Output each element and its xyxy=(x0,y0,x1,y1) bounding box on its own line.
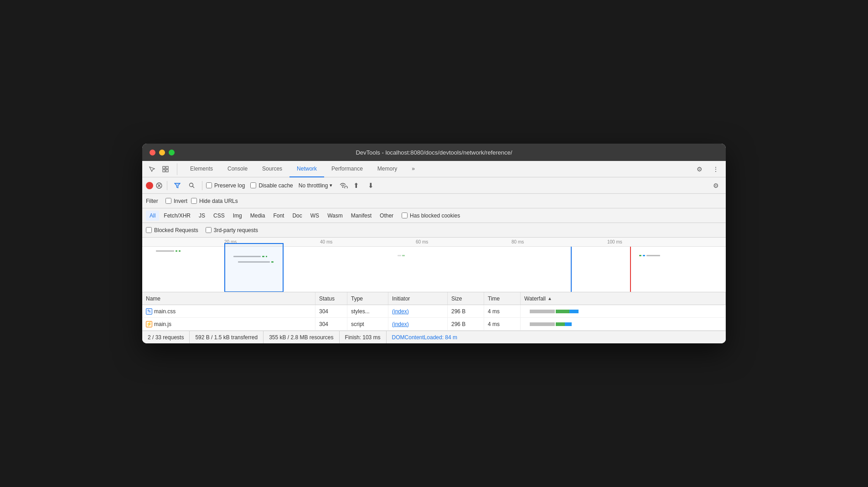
third-party-requests-label[interactable]: 3rd-party requests xyxy=(206,227,258,233)
network-settings-btn[interactable]: ⚙ xyxy=(709,179,722,192)
minimize-button[interactable] xyxy=(159,150,165,155)
waterfall-green-css xyxy=(556,310,569,313)
table-row[interactable]: ✎ main.css 304 styles... (index) 296 B 4… xyxy=(142,305,726,318)
inspect-icon-btn[interactable] xyxy=(160,163,171,175)
ruler-tick-100ms: 100 ms xyxy=(607,239,622,244)
disable-cache-checkbox[interactable] xyxy=(250,182,256,188)
tab-performance[interactable]: Performance xyxy=(324,161,370,177)
upload-btn[interactable]: ⬆ xyxy=(350,179,362,192)
close-button[interactable] xyxy=(150,150,155,155)
waterfall-selection[interactable] xyxy=(224,243,284,292)
search-icon-btn[interactable] xyxy=(186,179,198,192)
wifi-settings-btn[interactable] xyxy=(338,181,348,190)
th-name[interactable]: Name xyxy=(142,292,315,305)
preserve-log-checkbox[interactable] xyxy=(206,182,212,188)
more-options-btn[interactable]: ⋮ xyxy=(709,163,722,176)
cursor-icon-btn[interactable] xyxy=(146,163,158,175)
initiator-link-js[interactable]: (index) xyxy=(392,321,409,327)
hide-data-urls-checkbox[interactable] xyxy=(191,198,197,204)
filter-type-doc[interactable]: Doc xyxy=(289,211,305,221)
th-waterfall[interactable]: Waterfall ▲ xyxy=(521,292,726,305)
tab-memory[interactable]: Memory xyxy=(370,161,404,177)
overview-row-5 xyxy=(639,255,660,256)
filter-type-manifest[interactable]: Manifest xyxy=(347,211,375,221)
th-status[interactable]: Status xyxy=(315,292,347,305)
waterfall-overview[interactable]: 20 ms 40 ms 60 ms 80 ms 100 ms xyxy=(142,238,726,292)
toolbar-sep-2 xyxy=(202,181,202,190)
download-btn[interactable]: ⬇ xyxy=(364,179,377,192)
tab-elements[interactable]: Elements xyxy=(183,161,220,177)
filter-type-ws[interactable]: WS xyxy=(307,211,323,221)
filter-icon-btn[interactable] xyxy=(171,179,184,192)
load-marker xyxy=(630,247,631,292)
status-requests: 2 / 33 requests xyxy=(148,331,190,343)
disable-cache-label[interactable]: Disable cache xyxy=(250,182,293,189)
tab-icons xyxy=(146,163,177,175)
clear-button[interactable] xyxy=(155,181,163,190)
has-blocked-cookies-checkbox[interactable] xyxy=(402,212,408,218)
maximize-button[interactable] xyxy=(169,150,175,155)
tab-console[interactable]: Console xyxy=(220,161,255,177)
waterfall-gray-js xyxy=(530,322,555,326)
blocked-requests-checkbox[interactable] xyxy=(146,227,152,233)
status-bar: 2 / 33 requests 592 B / 1.5 kB transferr… xyxy=(142,331,726,343)
devtools-window: DevTools - localhost:8080/docs/devtools/… xyxy=(142,144,726,343)
td-name-css: ✎ main.css xyxy=(142,305,315,317)
ruler-tick-40ms: 40 ms xyxy=(320,239,332,244)
td-waterfall-js xyxy=(521,318,726,330)
svg-point-10 xyxy=(345,186,347,188)
filter-type-fetch-xhr[interactable]: Fetch/XHR xyxy=(160,211,194,221)
status-dom-content: DOMContentLoaded: 84 m xyxy=(387,334,463,341)
hide-data-urls-label[interactable]: Hide data URLs xyxy=(191,198,238,204)
invert-checkbox[interactable] xyxy=(165,198,171,204)
waterfall-blue-js xyxy=(565,322,572,326)
svg-point-9 xyxy=(342,186,344,187)
svg-rect-2 xyxy=(163,170,165,172)
traffic-lights xyxy=(150,150,175,155)
main-tabs: Elements Console Sources Network Perform… xyxy=(183,161,693,177)
table-row[interactable]: ⚡ main.js 304 script (index) 296 B 4 ms xyxy=(142,318,726,331)
devtools-panel: Elements Console Sources Network Perform… xyxy=(142,161,726,343)
waterfall-sort-arrow: ▲ xyxy=(548,296,552,301)
filter-type-wasm[interactable]: Wasm xyxy=(324,211,346,221)
svg-rect-1 xyxy=(166,166,168,169)
svg-point-7 xyxy=(190,183,193,187)
filter-type-all[interactable]: All xyxy=(146,211,159,221)
filter-type-css[interactable]: CSS xyxy=(210,211,228,221)
tab-sources[interactable]: Sources xyxy=(255,161,289,177)
filter-type-js[interactable]: JS xyxy=(195,211,209,221)
window-title: DevTools - localhost:8080/docs/devtools/… xyxy=(356,149,512,156)
has-blocked-cookies-label[interactable]: Has blocked cookies xyxy=(402,212,460,219)
record-button[interactable] xyxy=(146,182,153,189)
preserve-log-label[interactable]: Preserve log xyxy=(206,182,245,189)
waterfall-bar-css xyxy=(524,305,722,317)
overview-row-1 xyxy=(156,250,181,252)
td-initiator-js: (index) xyxy=(388,318,448,330)
th-size[interactable]: Size xyxy=(448,292,484,305)
td-status-css: 304 xyxy=(315,305,347,317)
tabs-bar: Elements Console Sources Network Perform… xyxy=(142,161,726,177)
td-waterfall-css xyxy=(521,305,726,317)
filter-type-media[interactable]: Media xyxy=(247,211,269,221)
blocked-requests-bar: Blocked Requests 3rd-party requests xyxy=(142,223,726,238)
td-time-js: 4 ms xyxy=(484,318,521,330)
tab-network[interactable]: Network xyxy=(289,161,324,177)
th-time[interactable]: Time xyxy=(484,292,521,305)
tab-more[interactable]: » xyxy=(404,161,422,177)
td-size-js: 296 B xyxy=(448,318,484,330)
overview-row-4 xyxy=(398,255,405,256)
css-file-icon: ✎ xyxy=(146,308,152,315)
initiator-link-css[interactable]: (index) xyxy=(392,308,409,315)
js-file-icon: ⚡ xyxy=(146,321,152,327)
invert-label[interactable]: Invert xyxy=(165,198,187,204)
th-initiator[interactable]: Initiator xyxy=(388,292,448,305)
waterfall-blue-css xyxy=(569,310,579,313)
filter-type-other[interactable]: Other xyxy=(376,211,397,221)
filter-type-img[interactable]: Img xyxy=(229,211,246,221)
toolbar-sep-1 xyxy=(167,181,167,190)
th-type[interactable]: Type xyxy=(347,292,388,305)
third-party-checkbox[interactable] xyxy=(206,227,212,233)
blocked-requests-label[interactable]: Blocked Requests xyxy=(146,227,198,233)
filter-type-font[interactable]: Font xyxy=(269,211,288,221)
settings-icon-btn[interactable]: ⚙ xyxy=(693,163,706,176)
